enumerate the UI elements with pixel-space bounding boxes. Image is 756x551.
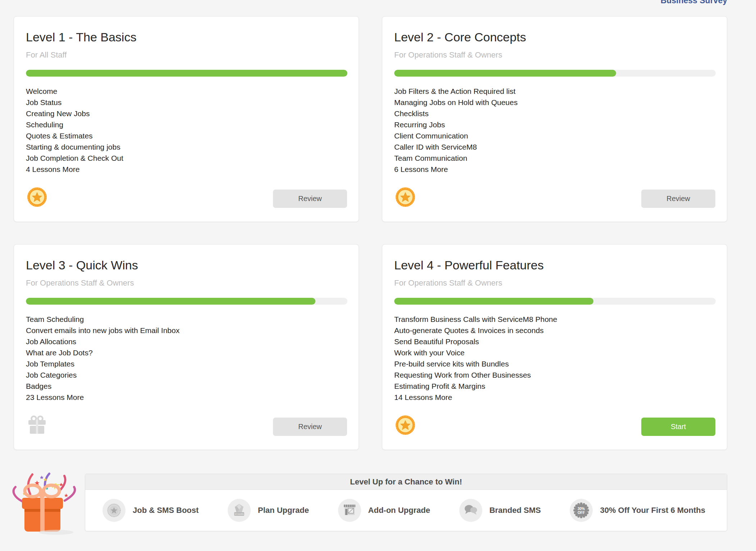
prize-label: 30% Off Your First 6 Months [600, 506, 705, 515]
lesson-item: Job Templates [26, 358, 179, 369]
prize-branded-sms: Branded SMS [459, 499, 541, 522]
business-survey-link[interactable]: Business Survey [661, 0, 727, 5]
card-title: Level 1 - The Basics [26, 30, 136, 44]
lesson-item: Convert emails into new jobs with Email … [26, 325, 179, 336]
lesson-item: Quotes & Estimates [26, 130, 123, 141]
lesson-item: Auto-generate Quotes & Invoices in secon… [394, 325, 557, 336]
gift-icon [27, 415, 47, 435]
prize-label: Add-on Upgrade [368, 506, 430, 515]
chat-bubbles-icon [459, 499, 482, 522]
discount-seal-icon: 30% OFF [570, 499, 593, 522]
gold-star-coin-icon [27, 187, 47, 207]
review-button[interactable]: Review [641, 190, 715, 208]
review-button[interactable]: Review [273, 190, 347, 208]
lesson-item: Job Allocations [26, 336, 179, 347]
lesson-item: 4 Lessons More [26, 164, 123, 175]
lesson-item: Scheduling [26, 119, 123, 130]
level-3-card: Level 3 - Quick Wins For Operations Staf… [14, 244, 359, 450]
star-medal-icon [103, 499, 126, 522]
lesson-item: Team Communication [394, 152, 518, 164]
progress-bar [26, 298, 347, 305]
start-button[interactable]: Start [641, 418, 715, 436]
lesson-item: Client Communication [394, 130, 518, 141]
promo-title: Level Up for a Chance to Win! [85, 474, 727, 490]
card-subtitle: For All Staff [26, 50, 67, 60]
svg-text:12 months: 12 months [234, 513, 244, 515]
prize-row: Job & SMS Boost 12 months Plan Upgrade [85, 490, 727, 531]
prize-plan-upgrade: 12 months Plan Upgrade [228, 499, 309, 522]
lesson-item: Job Filters & the Action Required list [394, 86, 518, 97]
card-subtitle: For Operations Staff & Owners [26, 278, 134, 288]
lesson-item: Checklists [394, 108, 518, 119]
lesson-item: Badges [26, 381, 179, 392]
level-1-card: Level 1 - The Basics For All Staff Welco… [14, 16, 359, 222]
gold-star-coin-icon [395, 187, 415, 207]
progress-bar [394, 70, 716, 77]
lesson-item: Pre-build service kits with Bundles [394, 358, 557, 369]
gem-medal-icon: 12 months [228, 499, 251, 522]
prize-label: Branded SMS [489, 506, 541, 515]
card-subtitle: For Operations Staff & Owners [394, 278, 502, 288]
lesson-item: Transform Business Calls with ServiceM8 … [394, 314, 557, 325]
progress-bar [26, 70, 347, 77]
card-subtitle: For Operations Staff & Owners [394, 50, 502, 60]
prize-addon-upgrade: Add-on Upgrade [338, 499, 430, 522]
lesson-item: What are Job Dots? [26, 347, 179, 358]
promo-panel: Level Up for a Chance to Win! Job & SMS … [85, 474, 727, 531]
lesson-item: Starting & documenting jobs [26, 141, 123, 152]
svg-text:30%: 30% [578, 507, 585, 511]
prize-label: Plan Upgrade [258, 506, 309, 515]
svg-text:OFF: OFF [578, 511, 585, 515]
storefront-icon [338, 499, 361, 522]
lesson-list: Team SchedulingConvert emails into new j… [26, 314, 179, 403]
lesson-item: Creating New Jobs [26, 108, 123, 119]
progress-bar-fill [26, 298, 315, 305]
lesson-item: Caller ID with ServiceM8 [394, 141, 518, 152]
gold-star-coin-icon [395, 415, 415, 435]
level-2-card: Level 2 - Core Concepts For Operations S… [382, 16, 727, 222]
lesson-item: 6 Lessons More [394, 164, 518, 175]
lesson-item: Recurring Jobs [394, 119, 518, 130]
progress-bar-fill [394, 298, 593, 305]
progress-bar-fill [26, 70, 347, 77]
lesson-item: Job Status [26, 97, 123, 108]
lesson-item: Requesting Work from Other Businesses [394, 369, 557, 381]
level-4-card: Level 4 - Powerful Features For Operatio… [382, 244, 727, 450]
lesson-item: Welcome [26, 86, 123, 97]
prize-30-off: 30% OFF 30% Off Your First 6 Months [570, 499, 705, 522]
lesson-item: 14 Lessons More [394, 392, 557, 403]
lesson-item: Managing Jobs on Hold with Queues [394, 97, 518, 108]
progress-bar-fill [394, 70, 616, 77]
lesson-item: Job Completion & Check Out [26, 152, 123, 164]
card-title: Level 4 - Powerful Features [394, 258, 544, 272]
lesson-list: Job Filters & the Action Required listMa… [394, 86, 518, 175]
progress-bar [394, 298, 716, 305]
lesson-item: Team Scheduling [26, 314, 179, 325]
lesson-item: Job Categories [26, 369, 179, 381]
lesson-list: WelcomeJob StatusCreating New JobsSchedu… [26, 86, 123, 175]
card-title: Level 2 - Core Concepts [394, 30, 526, 44]
gift-confetti-illustration [10, 472, 79, 539]
lesson-item: Estimating Profit & Margins [394, 381, 557, 392]
review-button[interactable]: Review [273, 418, 347, 436]
lesson-item: Send Beautiful Proposals [394, 336, 557, 347]
lesson-item: 23 Lessons More [26, 392, 179, 403]
lesson-item: Work with your Voice [394, 347, 557, 358]
lesson-list: Transform Business Calls with ServiceM8 … [394, 314, 557, 403]
prize-job-sms-boost: Job & SMS Boost [103, 499, 199, 522]
prize-label: Job & SMS Boost [133, 506, 199, 515]
card-title: Level 3 - Quick Wins [26, 258, 138, 272]
